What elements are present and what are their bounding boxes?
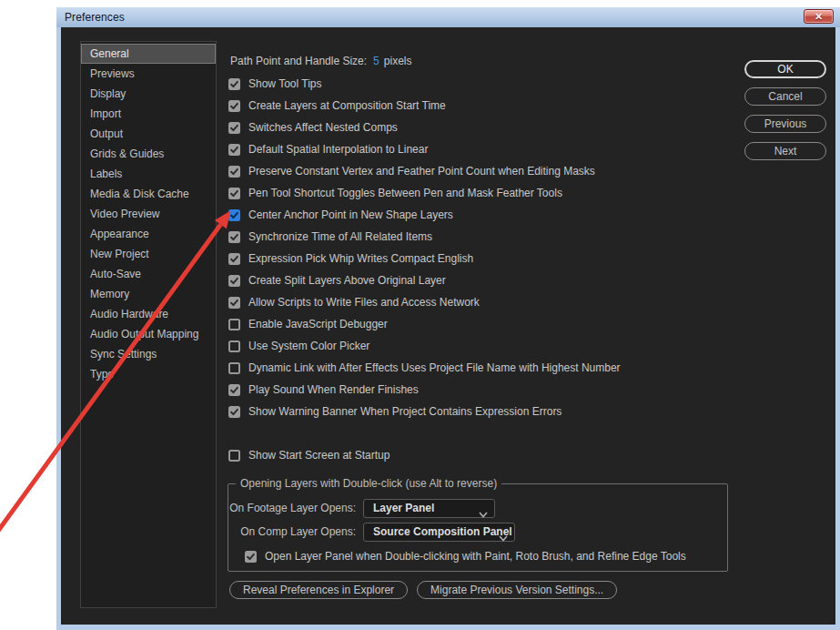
footage-layer-dropdown[interactable]: Layer Panel xyxy=(363,499,495,518)
sidebar-item-appearance[interactable]: Appearance xyxy=(81,224,216,244)
checkbox[interactable] xyxy=(228,253,240,265)
sidebar-item-audio-output-mapping[interactable]: Audio Output Mapping xyxy=(81,324,216,344)
sidebar-item-grids-guides[interactable]: Grids & Guides xyxy=(81,144,216,164)
sidebar-item-import[interactable]: Import xyxy=(81,104,216,124)
checkbox-row: Create Layers at Composition Start Time xyxy=(228,95,737,117)
checkbox[interactable] xyxy=(228,362,240,374)
checkbox-label: Create Split Layers Above Original Layer xyxy=(248,274,446,287)
sidebar-item-output[interactable]: Output xyxy=(81,124,216,144)
checkbox-label: Pen Tool Shortcut Toggles Between Pen an… xyxy=(248,187,562,199)
close-icon: ✕ xyxy=(815,12,823,22)
sidebar-item-display[interactable]: Display xyxy=(81,84,216,104)
sidebar-item-sync-settings[interactable]: Sync Settings xyxy=(81,344,216,364)
footer-buttons: Reveal Preferences in Explorer Migrate P… xyxy=(228,581,737,599)
path-point-size-value[interactable]: 5 xyxy=(373,55,380,67)
dialog-action-buttons: OKCancelPreviousNext xyxy=(744,60,826,169)
checkbox-row: Preserve Constant Vertex and Feather Poi… xyxy=(228,160,737,182)
comp-layer-row: On Comp Layer Opens: Source Composition … xyxy=(228,521,727,543)
checkbox-label: Open Layer Panel when Double-clicking wi… xyxy=(265,550,686,563)
sidebar-item-video-preview[interactable]: Video Preview xyxy=(81,204,216,224)
checkbox-label: Show Tool Tips xyxy=(248,77,322,90)
ok-button[interactable]: OK xyxy=(744,60,826,78)
comp-layer-label: On Comp Layer Opens: xyxy=(228,525,356,538)
chevron-down-icon xyxy=(479,505,488,522)
sidebar-item-general[interactable]: General xyxy=(81,44,216,64)
sidebar-item-new-project[interactable]: New Project xyxy=(81,244,216,264)
path-point-size-unit: pixels xyxy=(384,55,412,67)
checkbox-label: Play Sound When Render Finishes xyxy=(248,383,419,396)
sidebar-item-audio-hardware[interactable]: Audio Hardware xyxy=(81,304,216,324)
dialog-content: GeneralPreviewsDisplayImportOutputGrids … xyxy=(61,27,835,625)
checkbox[interactable] xyxy=(228,340,240,352)
checkbox[interactable] xyxy=(228,319,240,330)
window-title: Preferences xyxy=(56,11,125,24)
checkbox-label: Preserve Constant Vertex and Feather Poi… xyxy=(248,165,595,178)
checkbox-row: Show Warning Banner When Project Contain… xyxy=(228,401,737,422)
checkbox[interactable] xyxy=(228,297,240,309)
checkbox-label: Center Anchor Point in New Shape Layers xyxy=(248,208,453,221)
close-button[interactable]: ✕ xyxy=(804,9,834,24)
category-list: GeneralPreviewsDisplayImportOutputGrids … xyxy=(80,41,217,608)
checkbox-row: Play Sound When Render Finishes xyxy=(228,379,737,401)
checkbox-row: Allow Scripts to Write Files and Access … xyxy=(228,291,737,313)
checkbox[interactable] xyxy=(228,275,240,287)
sidebar-item-auto-save[interactable]: Auto-Save xyxy=(81,264,216,284)
migrate-settings-button[interactable]: Migrate Previous Version Settings... xyxy=(417,581,617,599)
checkbox[interactable] xyxy=(245,551,257,563)
checkbox-row: Switches Affect Nested Comps xyxy=(228,117,737,138)
sidebar-item-labels[interactable]: Labels xyxy=(81,164,216,184)
checkbox-row: Pen Tool Shortcut Toggles Between Pen an… xyxy=(228,182,737,204)
startup-option: Show Start Screen at Startup xyxy=(228,444,737,466)
opening-layers-group-title: Opening Layers with Double-click (use Al… xyxy=(236,477,501,490)
reveal-preferences-button[interactable]: Reveal Preferences in Explorer xyxy=(229,581,408,599)
checkbox[interactable] xyxy=(228,406,240,418)
highlighted-checkbox[interactable] xyxy=(228,209,240,221)
opening-layers-group: Opening Layers with Double-click (use Al… xyxy=(228,477,728,572)
footage-layer-label: On Footage Layer Opens: xyxy=(228,502,356,514)
preferences-dialog: Preferences ✕ GeneralPreviewsDisplayImpo… xyxy=(56,7,840,630)
next-button[interactable]: Next xyxy=(744,142,826,160)
checkbox[interactable] xyxy=(228,122,240,134)
checkbox-label: Default Spatial Interpolation to Linear xyxy=(248,143,428,156)
checkbox[interactable] xyxy=(228,166,240,178)
sidebar-item-memory[interactable]: Memory xyxy=(81,284,216,304)
chevron-down-icon xyxy=(499,529,508,545)
checkbox[interactable] xyxy=(228,100,240,112)
previous-button[interactable]: Previous xyxy=(744,115,826,133)
checkbox-row: Dynamic Link with After Effects Uses Pro… xyxy=(228,357,737,379)
path-point-size-row: Path Point and Handle Size: 5 pixels xyxy=(228,52,737,70)
path-point-size-label: Path Point and Handle Size: xyxy=(230,55,367,67)
titlebar[interactable]: Preferences ✕ xyxy=(56,7,840,27)
cancel-button[interactable]: Cancel xyxy=(744,87,826,106)
sidebar-item-media-disk-cache[interactable]: Media & Disk Cache xyxy=(81,184,216,204)
checkbox-row: Expression Pick Whip Writes Compact Engl… xyxy=(228,248,737,269)
checkbox-label: Switches Affect Nested Comps xyxy=(248,121,398,134)
checkbox-label: Show Start Screen at Startup xyxy=(248,449,390,462)
checkbox-label: Expression Pick Whip Writes Compact Engl… xyxy=(248,252,473,265)
checkbox[interactable] xyxy=(228,78,240,90)
checkbox-row: Use System Color Picker xyxy=(228,335,737,357)
checkbox-label: Show Warning Banner When Project Contain… xyxy=(248,405,562,418)
checkbox-row: Center Anchor Point in New Shape Layers xyxy=(228,204,737,226)
checkbox-row: Enable JavaScript Debugger xyxy=(228,313,737,335)
comp-layer-dropdown-value: Source Composition Panel xyxy=(364,525,512,538)
checkbox[interactable] xyxy=(228,144,240,156)
checkbox-row: Open Layer Panel when Double-clicking wi… xyxy=(244,547,727,565)
checkbox-label: Allow Scripts to Write Files and Access … xyxy=(248,296,480,309)
checkbox-row: Default Spatial Interpolation to Linear xyxy=(228,138,737,160)
checkbox-label: Synchronize Time of All Related Items xyxy=(248,230,432,243)
comp-layer-dropdown[interactable]: Source Composition Panel xyxy=(363,523,515,542)
checkbox-label: Use System Color Picker xyxy=(248,340,369,352)
checkbox-row: Synchronize Time of All Related Items xyxy=(228,226,737,248)
checkbox-label: Create Layers at Composition Start Time xyxy=(248,99,446,112)
sidebar-item-type[interactable]: Type xyxy=(81,364,216,384)
checkbox-label: Dynamic Link with After Effects Uses Pro… xyxy=(248,361,621,374)
checkbox[interactable] xyxy=(228,188,240,199)
checkbox-row: Show Tool Tips xyxy=(228,73,737,95)
checkbox[interactable] xyxy=(228,384,240,396)
sidebar-item-previews[interactable]: Previews xyxy=(81,64,216,84)
checkbox[interactable] xyxy=(228,231,240,243)
footage-layer-row: On Footage Layer Opens: Layer Panel xyxy=(228,497,727,519)
general-settings-panel: Path Point and Handle Size: 5 pixels Sho… xyxy=(228,27,737,599)
checkbox[interactable] xyxy=(228,450,240,462)
